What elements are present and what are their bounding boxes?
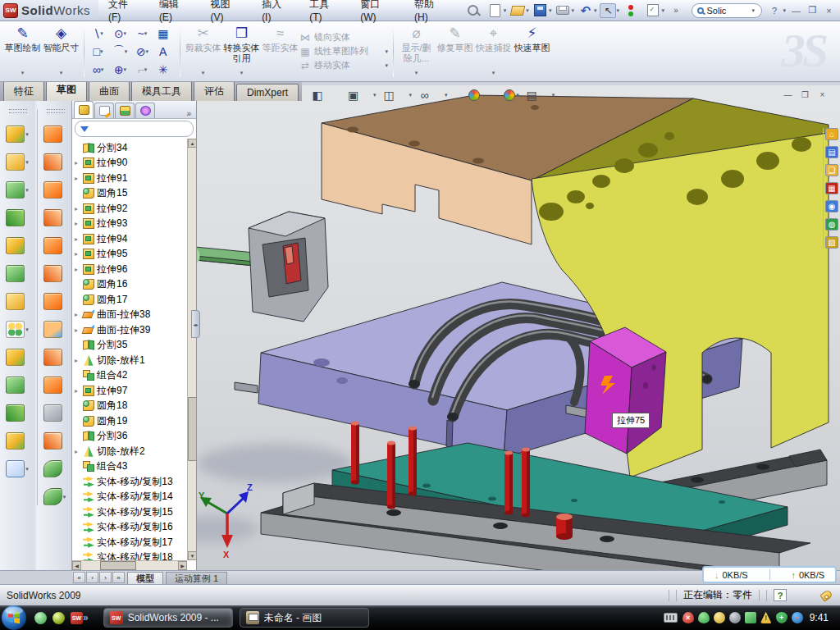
command-manager-tab[interactable]: 模具工具 (131, 81, 192, 101)
dropdown-arrow-icon[interactable]: ▾ (144, 30, 148, 37)
ribbon-button[interactable]: ⚡ 快速草图 ▾ (513, 23, 551, 80)
design-library-icon[interactable]: ▤ (825, 146, 838, 158)
close-button[interactable]: × (821, 3, 837, 17)
tree-item[interactable]: ▸ 切除-放样1 (72, 353, 187, 368)
tray-antivirus-red-icon[interactable]: × (682, 612, 694, 623)
ribbon-button[interactable]: ⌀ 显示/删除几... ▾ (397, 23, 436, 80)
sketch-text-icon[interactable]: A ▾ (154, 43, 176, 61)
tree-item[interactable]: ▸ 圆角16 (72, 277, 187, 293)
curve-tool-icon[interactable]: ▾ (43, 321, 68, 338)
file-explorer-icon[interactable]: ❏ (825, 164, 838, 176)
scrollbar-thumb[interactable] (100, 561, 136, 570)
tab-nav-button[interactable]: › (99, 572, 112, 583)
scroll-up-icon[interactable]: ▲ (188, 139, 196, 148)
tree-item[interactable]: ▸ 分割34 (72, 140, 187, 156)
panel-overflow-icon[interactable]: » (183, 109, 194, 118)
linear-pattern-icon[interactable]: ▾ (6, 321, 30, 338)
rib-icon[interactable]: ▾ (6, 209, 30, 226)
property-manager-tab[interactable] (94, 103, 114, 118)
configuration-manager-tab[interactable] (115, 103, 135, 118)
tree-item[interactable]: ▸ 实体-移动/复制18 (72, 550, 187, 561)
menu-item[interactable]: 编辑(E) (149, 0, 201, 25)
sketch-fillet-icon[interactable]: ⌐ ▾ (132, 61, 154, 79)
expand-arrow-icon[interactable]: ▸ (75, 205, 83, 212)
doc-restore-button[interactable]: ❒ (798, 89, 812, 101)
dropdown-arrow-icon[interactable]: ▾ (60, 67, 63, 78)
trim-surface-icon[interactable]: ▾ (43, 153, 68, 171)
menu-item[interactable]: 文件(F) (98, 0, 149, 25)
dropdown-arrow-icon[interactable]: ▾ (25, 326, 29, 333)
expand-arrow-icon[interactable]: ▸ (75, 159, 83, 167)
doc-minimize-button[interactable]: — (781, 89, 795, 101)
tray-volume-icon[interactable] (729, 612, 741, 623)
dropdown-arrow-icon[interactable]: ▾ (552, 92, 555, 98)
dropdown-arrow-icon[interactable]: ▾ (21, 67, 25, 78)
expand-arrow-icon[interactable]: ▸ (75, 387, 83, 395)
feature-manager-tab[interactable] (74, 101, 94, 118)
quick-launch-messenger-icon[interactable] (34, 612, 47, 624)
appearances-scenes-icon[interactable]: ◍ (825, 218, 838, 231)
tree-item[interactable]: ▸ 实体-移动/复制15 (72, 504, 187, 520)
expand-arrow-icon[interactable]: ▸ (75, 220, 83, 227)
tree-filter-box[interactable] (75, 121, 194, 137)
ribbon-button[interactable]: ⌖ 快速捕捉 ▾ (474, 23, 513, 80)
dropdown-arrow-icon[interactable]: ▾ (144, 66, 148, 73)
dimxpert-manager-tab[interactable] (135, 103, 155, 118)
sketch-spline-icon[interactable]: ~ ▾ (132, 25, 154, 43)
dropdown-arrow-icon[interactable]: ▾ (526, 7, 529, 14)
tree-item[interactable]: ▸ 组合42 (72, 368, 187, 384)
expand-arrow-icon[interactable]: ▸ (75, 357, 83, 364)
tree-vertical-scrollbar[interactable]: ▲ ▼ (187, 139, 196, 560)
input-keyboard-icon[interactable] (664, 613, 678, 623)
tree-item[interactable]: ▸ 切除-放样2 (72, 444, 187, 459)
print-icon[interactable] (555, 3, 571, 18)
menu-item[interactable]: 视图(V) (201, 0, 253, 25)
apply-scene-icon[interactable]: ▾ (489, 89, 521, 101)
expand-arrow-icon[interactable]: ▸ (75, 448, 83, 455)
scroll-left-icon[interactable]: ◀ (72, 561, 81, 570)
ribbon-button[interactable]: ≈ 等距实体 ▾ (261, 23, 299, 80)
new-file-icon[interactable] (487, 3, 504, 18)
dropdown-arrow-icon[interactable]: ▾ (571, 7, 574, 14)
search-pane-icon[interactable]: ▦ (825, 182, 838, 194)
ribbon-button[interactable]: ✎ 草图绘制 ▾ (3, 23, 42, 80)
sketch-rectangle-icon[interactable]: □ ▾ (88, 43, 110, 61)
dropdown-arrow-icon[interactable]: ▾ (25, 159, 29, 166)
expand-arrow-icon[interactable]: ▸ (75, 235, 83, 243)
dropdown-arrow-icon[interactable]: ▾ (504, 7, 507, 14)
extruded-cut-icon[interactable]: ▾ (6, 153, 30, 171)
parting-surface-icon[interactable]: ▾ (43, 265, 68, 282)
restore-button[interactable]: ❒ (805, 3, 820, 17)
minimize-button[interactable]: — (788, 3, 804, 17)
command-manager-tab[interactable]: 草图 (46, 80, 87, 101)
dropdown-arrow-icon[interactable]: ▾ (661, 7, 664, 14)
dropdown-arrow-icon[interactable]: ▾ (616, 7, 619, 14)
sketch-ellipse-icon[interactable]: ⊘ ▾ (132, 43, 154, 61)
ribbon-button[interactable]: ❒ 转换实体引用 ▾ (222, 23, 261, 80)
command-manager-tab[interactable]: 特征 (3, 81, 44, 101)
tab-nav-button[interactable]: » (112, 572, 125, 583)
dropdown-arrow-icon[interactable]: ▾ (516, 92, 519, 98)
tree-item[interactable]: ▸ 实体-移动/复制14 (72, 490, 187, 505)
scrollbar-thumb[interactable] (188, 397, 196, 461)
dropdown-arrow-icon[interactable]: ▾ (385, 62, 388, 69)
model-tab[interactable]: 运动算例 1 (166, 572, 227, 584)
dropdown-arrow-icon[interactable]: ▾ (25, 466, 29, 472)
dropdown-arrow-icon[interactable]: ▾ (146, 48, 149, 55)
corner-blocks-icon[interactable]: ▾ (6, 404, 30, 422)
search-dropdown-icon[interactable]: ▾ (751, 7, 755, 14)
quick-launch-sphere-icon[interactable] (52, 612, 65, 624)
dropdown-arrow-icon[interactable]: ▾ (549, 7, 552, 14)
tree-horizontal-scrollbar[interactable]: ◀ ▶ (72, 560, 187, 570)
search-box[interactable]: ▾ (692, 3, 762, 18)
tray-warning-icon[interactable]: ! (760, 612, 772, 623)
swept-surface-icon[interactable]: ▾ (43, 126, 68, 143)
quick-tips-icon[interactable]: ? (774, 589, 787, 601)
dropdown-arrow-icon[interactable]: ▾ (124, 30, 127, 37)
sketch-arc-icon[interactable]: ⌒ ▾ (110, 43, 132, 61)
ribbon-button[interactable]: ✎ 修复草图 ▾ (436, 23, 474, 80)
dropdown-arrow-icon[interactable]: ▾ (202, 67, 205, 78)
hide-show-items-icon[interactable]: ∞ ▾ (418, 89, 450, 102)
view-settings-icon[interactable]: ▤ ▾ (525, 89, 557, 102)
spline-feature-icon[interactable]: ▾ (43, 488, 68, 505)
